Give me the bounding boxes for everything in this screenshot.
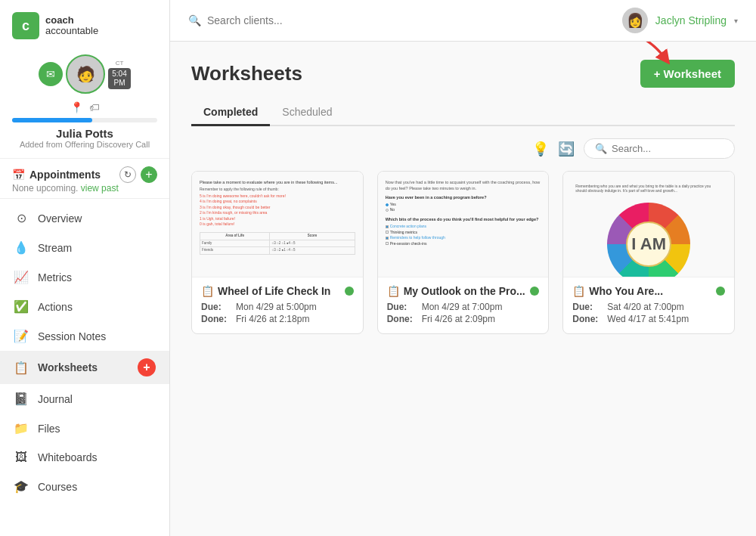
card-title-row: 📋 My Outlook on the Pro... <box>387 285 540 297</box>
page-content: Worksheets + Worksheet Completed Schedul… <box>170 42 756 536</box>
worksheet-search[interactable]: 🔍 <box>584 138 735 159</box>
card-body: 📋 My Outlook on the Pro... Due: Mon 4/29… <box>378 277 549 333</box>
sidebar-item-label: Journal <box>38 393 156 405</box>
sidebar-item-label: Stream <box>38 242 156 254</box>
sidebar-item-label: Whiteboards <box>38 451 156 463</box>
logo-icon: c <box>12 12 39 39</box>
sidebar-item-overview[interactable]: ⊙ Overview <box>0 203 169 233</box>
progress-fill <box>12 118 92 122</box>
sidebar-item-stream[interactable]: 💧 Stream <box>0 233 169 262</box>
lightbulb-icon[interactable]: 💡 <box>532 141 549 157</box>
nav-items: ⊙ Overview 💧 Stream 📈 Metrics ✅ Actions … <box>0 199 169 536</box>
sidebar-item-worksheets[interactable]: 📋 Worksheets + <box>0 351 169 384</box>
status-dot <box>716 287 725 296</box>
toolbar-row: 💡 🔄 🔍 <box>191 138 735 159</box>
sidebar-item-session-notes[interactable]: 📝 Session Notes <box>0 321 169 351</box>
client-sub: Added from Offering Discovery Call <box>20 140 150 149</box>
worksheet-icon: 📋 <box>201 285 214 297</box>
view-past-link[interactable]: view past <box>81 183 119 194</box>
sidebar-item-label: Overview <box>38 212 156 225</box>
card-title-row: 📋 Who You Are... <box>572 285 725 297</box>
search-input[interactable] <box>207 14 373 26</box>
user-menu[interactable]: 👩 Jaclyn Stripling ▾ <box>622 8 738 33</box>
sidebar-item-label: Courses <box>38 481 156 493</box>
iam-circle: I AM <box>607 203 690 278</box>
appt-controls: ↻ + <box>119 166 157 183</box>
sidebar-item-journal[interactable]: 📓 Journal <box>0 384 169 414</box>
sidebar-item-label: Metrics <box>38 271 156 283</box>
card-preview: Remembering who you are and what you bri… <box>563 172 734 277</box>
refresh-appt-button[interactable]: ↻ <box>119 166 136 183</box>
iam-text: I AM <box>626 222 671 267</box>
journal-icon: 📓 <box>14 392 29 406</box>
sub-icons: 📍 🏷 <box>70 101 100 113</box>
time-display: 5:04PM <box>108 68 130 89</box>
card-preview: Now that you've had a little time to acq… <box>378 172 549 277</box>
card-due-row: Due: Sat 4/20 at 7:00pm <box>572 302 725 312</box>
overview-icon: ⊙ <box>14 211 29 225</box>
add-worksheet-sidebar-button[interactable]: + <box>138 358 156 376</box>
location-icon: 📍 <box>70 101 83 113</box>
sidebar-item-label: Files <box>38 423 156 435</box>
card-due-row: Due: Mon 4/29 at 5:00pm <box>201 302 354 312</box>
card-done-row: Done: Fri 4/26 at 2:18pm <box>201 314 354 324</box>
topbar: 🔍 👩 Jaclyn Stripling ▾ <box>170 0 756 42</box>
files-icon: 📁 <box>14 421 29 435</box>
appointments-header: 📅 Appointments ↻ + <box>12 166 157 183</box>
appointments-title: 📅 Appointments <box>12 169 101 181</box>
timezone-label: CT <box>116 60 124 67</box>
main-content: 🔍 👩 Jaclyn Stripling ▾ Worksheets <box>170 0 756 536</box>
card-title: 📋 My Outlook on the Pro... <box>387 285 525 297</box>
whiteboards-icon: 🖼 <box>14 451 29 464</box>
card-preview: Please take a moment to evaluate where y… <box>192 172 363 277</box>
card-title: 📋 Who You Are... <box>572 285 663 297</box>
progress-bar <box>12 118 157 122</box>
client-name: Julia Potts <box>56 127 113 140</box>
sidebar-logo: c coach accountable <box>0 0 169 48</box>
tabs: Completed Scheduled <box>191 100 735 126</box>
sidebar-item-files[interactable]: 📁 Files <box>0 414 169 443</box>
status-dot <box>530 287 539 296</box>
tab-completed[interactable]: Completed <box>191 100 270 126</box>
worksheet-card[interactable]: Please take a moment to evaluate where y… <box>191 171 364 334</box>
sidebar-item-actions[interactable]: ✅ Actions <box>0 292 169 321</box>
logo-text: coach accountable <box>45 15 98 37</box>
status-dot <box>345 287 354 296</box>
worksheet-icon: 📋 <box>387 285 400 297</box>
card-done-row: Done: Wed 4/17 at 5:41pm <box>572 314 725 324</box>
card-title: 📋 Wheel of Life Check In <box>201 285 330 297</box>
worksheet-card[interactable]: Now that you've had a little time to acq… <box>377 171 550 334</box>
card-preview-text: Please take a moment to evaluate where y… <box>200 179 355 255</box>
sidebar: c coach accountable ✉ 🧑 CT 5:04PM 📍 🏷 Ju… <box>0 0 170 536</box>
page-title: Worksheets <box>191 62 302 85</box>
card-body: 📋 Who You Are... Due: Sat 4/20 at 7:00pm… <box>563 277 734 333</box>
add-appt-button[interactable]: + <box>141 166 157 183</box>
appointments-section: 📅 Appointments ↻ + None upcoming. view p… <box>0 159 169 199</box>
sidebar-item-label: Session Notes <box>38 330 156 342</box>
tag-icon: 🏷 <box>89 101 100 113</box>
avatar: 🧑 <box>66 54 105 94</box>
worksheet-card[interactable]: Remembering who you are and what you bri… <box>562 171 735 334</box>
card-due-row: Due: Mon 4/29 at 7:00pm <box>387 302 540 312</box>
user-section: ✉ 🧑 CT 5:04PM 📍 🏷 Julia Potts Added from… <box>0 48 169 159</box>
card-body: 📋 Wheel of Life Check In Due: Mon 4/29 a… <box>192 277 363 333</box>
search-small-icon: 🔍 <box>595 143 607 154</box>
calendar-icon: 📅 <box>12 169 25 181</box>
sidebar-item-metrics[interactable]: 📈 Metrics <box>0 262 169 292</box>
sidebar-item-courses[interactable]: 🎓 Courses <box>0 472 169 501</box>
card-title-row: 📋 Wheel of Life Check In <box>201 285 354 297</box>
worksheet-icon: 📋 <box>572 285 585 297</box>
card-preview-text: Now that you've had a little time to acq… <box>386 179 541 246</box>
email-icon[interactable]: ✉ <box>39 62 63 86</box>
page-header: Worksheets + Worksheet <box>191 60 735 88</box>
worksheets-icon: 📋 <box>14 361 29 375</box>
worksheet-search-input[interactable] <box>612 143 723 154</box>
sidebar-item-label: Actions <box>38 301 156 313</box>
client-search[interactable]: 🔍 <box>188 14 373 26</box>
user-menu-name: Jaclyn Stripling <box>655 14 727 26</box>
refresh-icon[interactable]: 🔄 <box>558 141 575 157</box>
no-appointments-text: None upcoming. view past <box>12 183 157 194</box>
sidebar-item-whiteboards[interactable]: 🖼 Whiteboards <box>0 443 169 472</box>
tab-scheduled[interactable]: Scheduled <box>270 100 344 126</box>
preview-table: Area of LifeScore Family○3 ○2 ○1 ●4 ○5 F… <box>200 232 355 255</box>
